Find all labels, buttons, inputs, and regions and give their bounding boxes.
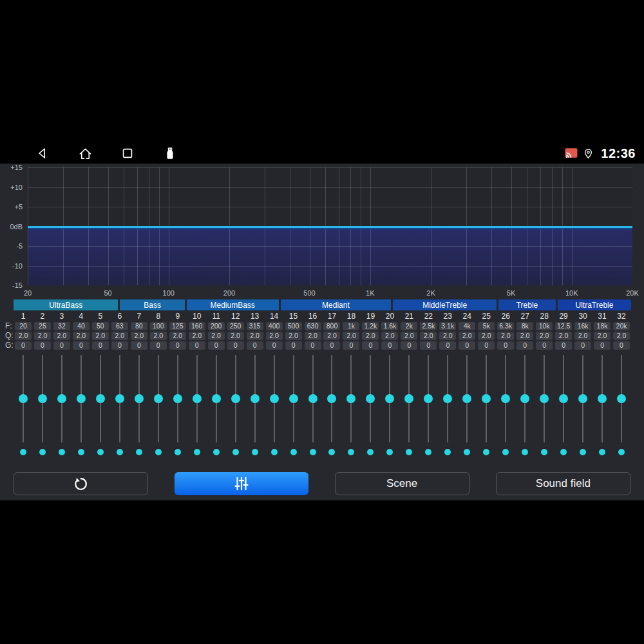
y-tick-label: -5 bbox=[1, 242, 23, 250]
slider-knob[interactable] bbox=[193, 394, 202, 403]
gain-slider bbox=[477, 353, 496, 459]
equalizer-sliders-icon bbox=[233, 475, 250, 492]
slider-knob[interactable] bbox=[154, 394, 163, 403]
gain-sliders bbox=[14, 353, 631, 459]
band-column: 2810k2.00 bbox=[535, 312, 554, 350]
slider-knob[interactable] bbox=[270, 394, 279, 403]
band-group-bar: UltraBassBassMediumBassMediantMiddleTreb… bbox=[14, 299, 631, 310]
slider-knob[interactable] bbox=[346, 394, 355, 403]
slider-knob[interactable] bbox=[404, 394, 413, 403]
slider-knob[interactable] bbox=[19, 394, 28, 403]
freq-value: 250 bbox=[227, 322, 244, 330]
home-icon bbox=[78, 146, 93, 161]
band-column: 133152.00 bbox=[245, 312, 265, 350]
slider-knob[interactable] bbox=[598, 394, 607, 403]
slider-knob[interactable] bbox=[520, 394, 529, 403]
slider-knob[interactable] bbox=[115, 394, 124, 403]
x-tick-label: 20 bbox=[15, 289, 41, 297]
equalizer-screen: 12:36 +15+10+50dB-5-10-15 20501002005001… bbox=[0, 143, 644, 500]
band-number: 4 bbox=[79, 312, 84, 321]
gain-value: 0 bbox=[323, 341, 340, 350]
slider-dot bbox=[252, 449, 258, 455]
gridline-h bbox=[28, 246, 632, 247]
recents-button[interactable] bbox=[120, 146, 135, 161]
slider-knob[interactable] bbox=[462, 394, 471, 403]
slider-knob[interactable] bbox=[327, 394, 336, 403]
gain-slider bbox=[71, 353, 91, 459]
band-number: 9 bbox=[175, 312, 180, 321]
slider-dot bbox=[483, 449, 489, 455]
band-number: 10 bbox=[193, 312, 201, 321]
band-column: 266.3k2.00 bbox=[496, 312, 515, 350]
band-number: 20 bbox=[386, 312, 394, 321]
x-tick-label: 2K bbox=[418, 289, 444, 297]
band-number: 29 bbox=[559, 312, 567, 321]
y-tick-label: +5 bbox=[1, 203, 23, 211]
slider-knob[interactable] bbox=[424, 394, 433, 403]
q-value: 2.0 bbox=[459, 332, 475, 340]
slider-knob[interactable] bbox=[501, 394, 510, 403]
slider-knob[interactable] bbox=[617, 394, 626, 403]
gain-value: 0 bbox=[92, 341, 109, 350]
back-button[interactable] bbox=[35, 146, 50, 161]
gain-value: 0 bbox=[459, 341, 475, 350]
slider-knob[interactable] bbox=[231, 394, 240, 403]
status-bar: 12:36 bbox=[0, 143, 644, 164]
gain-value: 0 bbox=[247, 341, 263, 350]
slider-knob[interactable] bbox=[559, 394, 568, 403]
band-column: 3016k2.00 bbox=[573, 312, 592, 350]
slider-knob[interactable] bbox=[96, 394, 105, 403]
gridline-h bbox=[28, 167, 632, 168]
y-tick-label: 0dB bbox=[1, 223, 23, 231]
slider-knob[interactable] bbox=[38, 394, 47, 403]
slider-knob[interactable] bbox=[443, 394, 452, 403]
slider-knob[interactable] bbox=[173, 394, 182, 403]
slider-dot bbox=[97, 449, 104, 455]
gain-value: 0 bbox=[227, 341, 244, 350]
band-number: 1 bbox=[21, 312, 26, 321]
gain-slider bbox=[91, 353, 110, 459]
q-value: 2.0 bbox=[343, 332, 359, 340]
gain-value: 0 bbox=[555, 341, 572, 350]
freq-value: 20k bbox=[613, 322, 630, 330]
slider-knob[interactable] bbox=[482, 394, 491, 403]
band-number: 18 bbox=[347, 312, 355, 321]
gain-slider bbox=[284, 353, 303, 459]
home-button[interactable] bbox=[77, 146, 93, 161]
band-number: 32 bbox=[617, 312, 625, 321]
gain-slider bbox=[303, 353, 323, 459]
band-column: 122502.00 bbox=[226, 312, 245, 350]
gain-value: 0 bbox=[401, 341, 417, 350]
slider-knob[interactable] bbox=[578, 394, 587, 403]
reset-icon bbox=[72, 475, 90, 493]
slider-knob[interactable] bbox=[77, 394, 86, 403]
band-column: 91252.00 bbox=[168, 312, 187, 350]
slider-knob[interactable] bbox=[385, 394, 394, 403]
scene-button[interactable]: Scene bbox=[335, 472, 469, 495]
band-number: 15 bbox=[289, 312, 298, 321]
gain-value: 0 bbox=[362, 341, 379, 350]
band-number: 6 bbox=[117, 312, 122, 321]
slider-dot bbox=[155, 449, 162, 455]
slider-knob[interactable] bbox=[289, 394, 298, 403]
location-icon bbox=[583, 147, 594, 160]
gain-slider bbox=[573, 353, 592, 459]
slider-knob[interactable] bbox=[366, 394, 375, 403]
freq-value: 25 bbox=[34, 322, 51, 330]
slider-dot bbox=[20, 449, 26, 455]
band-number: 25 bbox=[482, 312, 491, 321]
usb-button[interactable] bbox=[162, 146, 178, 161]
band-number: 24 bbox=[463, 312, 471, 321]
reset-button[interactable] bbox=[14, 472, 148, 495]
slider-knob[interactable] bbox=[540, 394, 549, 403]
response-fill bbox=[28, 227, 632, 286]
response-line bbox=[28, 226, 632, 228]
slider-dot bbox=[328, 449, 335, 455]
slider-knob[interactable] bbox=[308, 394, 317, 403]
equalizer-button[interactable] bbox=[175, 472, 308, 495]
slider-knob[interactable] bbox=[57, 394, 66, 403]
sound-field-button[interactable]: Sound field bbox=[496, 472, 630, 495]
slider-knob[interactable] bbox=[212, 394, 221, 403]
slider-knob[interactable] bbox=[135, 394, 144, 403]
slider-knob[interactable] bbox=[251, 394, 260, 403]
